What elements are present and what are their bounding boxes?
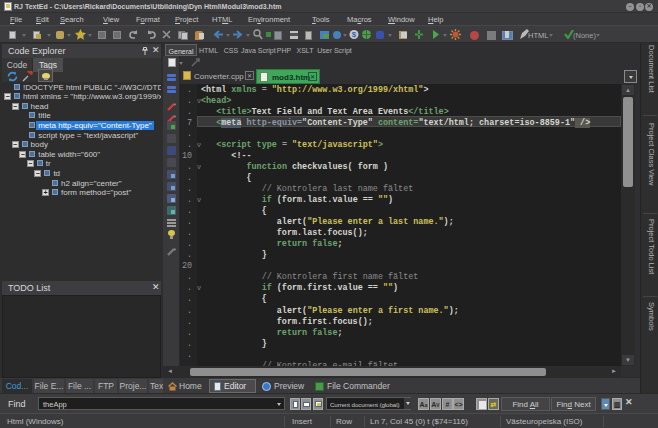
svg-text:$: $: [352, 30, 357, 39]
